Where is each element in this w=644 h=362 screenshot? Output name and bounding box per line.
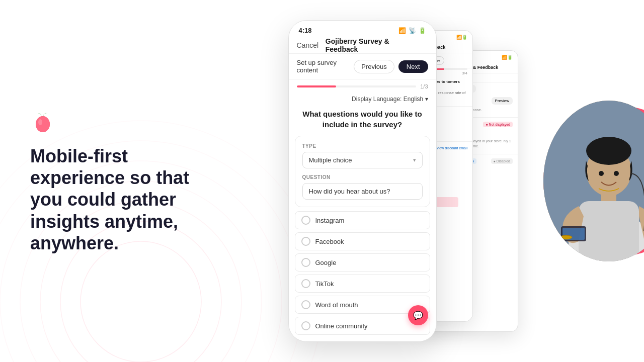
radio-tiktok[interactable] (301, 279, 310, 288)
battery-icon: 🔋 (419, 27, 426, 34)
choice-label-instagram: Instagram (315, 217, 345, 224)
headline: Mobile-first experience so that you coul… (30, 145, 191, 254)
left-section: Mobile-first experience so that you coul… (0, 78, 211, 284)
choice-item-facebook[interactable]: Facebook (295, 232, 430, 250)
svg-point-9 (38, 119, 42, 125)
phone-header: Cancel Gojiberry Survey & Feedback (289, 37, 436, 54)
question-input[interactable]: How did you hear about us? (302, 183, 423, 200)
radio-online-community[interactable] (301, 321, 310, 330)
chat-fab-icon: 💬 (413, 311, 423, 320)
survey-toolbar: Set up survey content Previous Next (289, 54, 436, 79)
svg-point-19 (614, 171, 619, 176)
choice-label-tiktok: TikTok (315, 280, 334, 288)
incentive-preview-email[interactable]: Preview discount email (431, 146, 467, 150)
phone-status-bar: 4:18 📶 📡 🔋 (289, 21, 436, 37)
progress-bar-fill (297, 85, 336, 87)
progress-bar-container: 1/3 (289, 79, 436, 94)
type-select-arrow: ▾ (413, 157, 416, 163)
svg-point-8 (36, 116, 50, 132)
chat-fab-button[interactable]: 💬 (408, 305, 428, 325)
wifi-icon: 📡 (409, 27, 416, 34)
cancel-button[interactable]: Cancel (297, 41, 319, 49)
progress-bar-track (297, 85, 417, 87)
incentive-status-icons: 📶🔋 (456, 35, 467, 40)
question-label: QUESTION (302, 174, 423, 180)
choice-item-tiktok[interactable]: TikTok (295, 275, 430, 293)
next-button[interactable]: Next (398, 60, 428, 73)
type-select[interactable]: Multiple choice ▾ (302, 152, 423, 168)
phone-app-title: Gojiberry Survey & Feedback (326, 37, 399, 53)
display-lang-label: Display Language: (352, 96, 401, 103)
question-input-value: How did you hear about us? (309, 188, 390, 195)
phone-time: 4:18 (299, 27, 312, 34)
choice-item-instagram[interactable]: Instagram (295, 211, 430, 229)
settings-disabled-badge: ● Disabled (491, 158, 513, 164)
svg-rect-12 (579, 201, 639, 261)
main-phone-mockup: 4:18 📶 📡 🔋 Cancel Gojiberry Survey & Fee… (288, 20, 437, 342)
logo-icon (30, 108, 55, 133)
person-photo (543, 101, 644, 261)
phone-status-icons: 📶 📡 🔋 (398, 27, 426, 34)
choice-label-online-community: Online community (315, 322, 368, 330)
settings-not-displayed-badge: ● Not displayed (483, 122, 513, 127)
choice-label-word-of-mouth: Word of mouth (315, 301, 358, 309)
choice-label-facebook: Facebook (315, 238, 344, 245)
type-value: Multiple choice (309, 156, 352, 164)
question-title: What questions would you like to include… (289, 105, 436, 136)
radio-google[interactable] (301, 258, 310, 267)
svg-point-20 (560, 235, 572, 239)
svg-point-17 (586, 137, 631, 165)
settings-status-icons: 📶🔋 (502, 55, 513, 60)
right-section (513, 0, 644, 362)
question-card: TYPE Multiple choice ▾ QUESTION How did … (295, 136, 430, 207)
type-label: TYPE (302, 143, 423, 149)
radio-word-of-mouth[interactable] (301, 300, 310, 309)
choice-label-google: Google (315, 259, 337, 266)
display-lang-value[interactable]: English (404, 96, 423, 103)
svg-point-18 (599, 171, 604, 176)
progress-text: 1/3 (420, 83, 428, 89)
radio-facebook[interactable] (301, 237, 310, 246)
lang-dropdown-icon[interactable]: ▾ (425, 96, 428, 103)
display-language: Display Language: English ▾ (289, 94, 436, 105)
center-section: 4:18 📶🔋 ncel Gojiberry Survey & Feedback… (211, 0, 513, 362)
survey-toolbar-label: Set up survey content (297, 59, 350, 74)
choice-item-google[interactable]: Google (295, 253, 430, 272)
previous-button[interactable]: Previous (354, 60, 394, 73)
settings-preview-btn[interactable]: Preview (492, 97, 513, 105)
radio-instagram[interactable] (301, 216, 310, 225)
signal-icon: 📶 (398, 27, 406, 34)
